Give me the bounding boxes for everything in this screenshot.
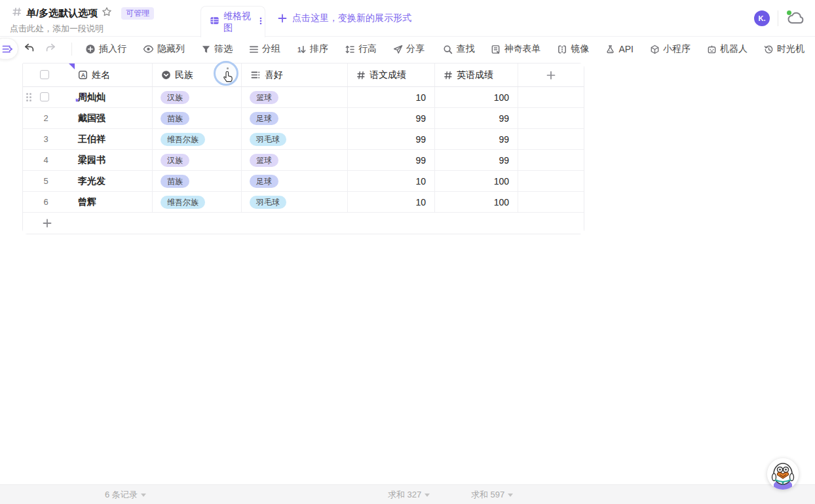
robot-label: 机器人 bbox=[720, 43, 748, 55]
permission-badge: 可管理 bbox=[121, 7, 154, 20]
row-number: 5 bbox=[37, 176, 54, 186]
header-english-score-column[interactable]: 英语成绩 bbox=[435, 63, 518, 86]
search-button[interactable]: 查找 bbox=[443, 43, 474, 55]
cell-hobby[interactable]: 足球 bbox=[242, 108, 348, 128]
header-hobby-column[interactable]: 喜好 bbox=[242, 63, 348, 86]
cell-name[interactable]: 戴国强 bbox=[78, 113, 105, 124]
row-select-cell[interactable]: 5 李光发 bbox=[23, 171, 153, 191]
cell-chinese-score[interactable]: 10 bbox=[348, 192, 435, 212]
insert-row-button[interactable]: 插入行 bbox=[85, 43, 126, 55]
assistant-mascot[interactable] bbox=[767, 458, 799, 490]
row-select-cell[interactable]: 6 曾辉 bbox=[23, 192, 153, 212]
column-label: 语文成绩 bbox=[370, 69, 406, 81]
row-select-cell[interactable]: 2 戴国强 bbox=[23, 108, 153, 128]
cell-ethnicity[interactable]: 维吾尔族 bbox=[153, 192, 242, 212]
select-tag: 篮球 bbox=[250, 91, 278, 104]
star-icon[interactable] bbox=[102, 7, 112, 20]
text-field-icon: A bbox=[78, 70, 88, 80]
row-select-cell[interactable]: 3 王伯祥 bbox=[23, 129, 153, 149]
tab-grid-view[interactable]: 维格视图 bbox=[200, 6, 265, 37]
group-button[interactable]: 分组 bbox=[249, 43, 280, 55]
cell-english-score[interactable]: 100 bbox=[435, 192, 518, 212]
sort-button[interactable]: 1 排序 bbox=[297, 43, 328, 55]
cell-hobby[interactable]: 篮球 bbox=[242, 87, 348, 107]
cell-english-score[interactable]: 100 bbox=[435, 171, 518, 191]
select-tag: 汉族 bbox=[161, 154, 189, 167]
row-height-icon bbox=[345, 45, 355, 54]
cell-ethnicity[interactable]: 汉族 bbox=[153, 150, 242, 170]
chinese-sum-dropdown[interactable]: 求和 327 bbox=[388, 485, 430, 504]
add-view-button[interactable]: 点击这里，变换新的展示形式 bbox=[278, 0, 411, 37]
add-row-button[interactable] bbox=[23, 213, 584, 234]
english-sum-dropdown[interactable]: 求和 597 bbox=[471, 485, 513, 504]
cell-name[interactable]: 曾辉 bbox=[78, 196, 96, 208]
cell-chinese-score[interactable]: 10 bbox=[348, 87, 435, 107]
expand-sidebar-button[interactable] bbox=[0, 38, 18, 60]
time-machine-button[interactable]: 时光机 bbox=[764, 43, 805, 55]
cell-chinese-score[interactable]: 99 bbox=[348, 150, 435, 170]
share-button[interactable]: 分享 bbox=[393, 43, 425, 55]
table-row: 周灿灿 汉族 篮球 10 100 bbox=[23, 87, 584, 108]
cell-name[interactable]: 梁园书 bbox=[78, 154, 105, 166]
record-count-label: 6 条记录 bbox=[105, 489, 138, 501]
table-row: 2 戴国强 苗族 足球 99 99 bbox=[23, 108, 584, 129]
magic-form-button[interactable]: 神奇表单 bbox=[491, 43, 540, 55]
select-tag: 篮球 bbox=[250, 154, 278, 167]
user-avatar[interactable]: K. bbox=[754, 10, 770, 26]
cell-english-score[interactable]: 99 bbox=[435, 129, 518, 149]
cell-chinese-score[interactable]: 10 bbox=[348, 171, 435, 191]
cell-english-score[interactable]: 99 bbox=[435, 108, 518, 128]
widget-button[interactable]: 小程序 bbox=[650, 43, 691, 55]
table-row: 6 曾辉 维吾尔族 羽毛球 10 100 bbox=[23, 192, 584, 213]
chevron-down-icon bbox=[425, 494, 430, 497]
cell-ethnicity[interactable]: 汉族 bbox=[153, 87, 242, 107]
hide-fields-button[interactable]: 隐藏列 bbox=[143, 43, 185, 55]
api-button[interactable]: API bbox=[605, 44, 634, 54]
cell-name[interactable]: 周灿灿 bbox=[78, 92, 105, 103]
cell-english-score[interactable]: 100 bbox=[435, 87, 518, 107]
cell-hobby[interactable]: 足球 bbox=[242, 171, 348, 191]
cell-hobby[interactable]: 篮球 bbox=[242, 150, 348, 170]
cell-name[interactable]: 李光发 bbox=[78, 175, 105, 187]
header-name-column[interactable]: A 姓名 bbox=[23, 63, 153, 86]
row-checkbox[interactable] bbox=[40, 92, 49, 101]
cell-name[interactable]: 王伯祥 bbox=[78, 134, 105, 145]
time-machine-label: 时光机 bbox=[777, 43, 805, 55]
cell-ethnicity[interactable]: 维吾尔族 bbox=[153, 129, 242, 149]
number-field-icon bbox=[444, 71, 453, 80]
add-description[interactable]: 点击此处，添加一段说明 bbox=[10, 23, 104, 35]
row-select-cell[interactable]: 4 梁园书 bbox=[23, 150, 153, 170]
row-number: 4 bbox=[37, 155, 54, 165]
magic-form-label: 神奇表单 bbox=[504, 43, 540, 55]
hide-fields-label: 隐藏列 bbox=[157, 43, 185, 55]
table-header-row: A 姓名 民族 喜好 语文成绩 bbox=[23, 63, 584, 87]
cell-number: 99 bbox=[415, 155, 426, 166]
svg-text:A: A bbox=[81, 72, 86, 79]
header-chinese-score-column[interactable]: 语文成绩 bbox=[348, 63, 435, 86]
click-indicator bbox=[214, 61, 238, 86]
filter-button[interactable]: 筛选 bbox=[201, 43, 233, 55]
column-label: 英语成绩 bbox=[457, 69, 493, 81]
tab-more-icon[interactable] bbox=[257, 16, 265, 28]
cell-ethnicity[interactable]: 苗族 bbox=[153, 108, 242, 128]
add-column-button[interactable] bbox=[518, 63, 584, 86]
history-clock-icon bbox=[764, 45, 774, 54]
select-tag: 足球 bbox=[250, 175, 278, 188]
owl-mascot-icon bbox=[767, 458, 799, 490]
record-count-dropdown[interactable]: 6 条记录 bbox=[105, 485, 146, 504]
cell-chinese-score[interactable]: 99 bbox=[348, 108, 435, 128]
undo-button[interactable] bbox=[24, 43, 35, 56]
row-select-cell[interactable]: 周灿灿 bbox=[23, 87, 153, 107]
cell-hobby[interactable]: 羽毛球 bbox=[242, 129, 348, 149]
redo-button[interactable] bbox=[45, 43, 56, 56]
row-height-button[interactable]: 行高 bbox=[345, 43, 377, 55]
robot-icon bbox=[707, 45, 717, 54]
drag-handle-icon[interactable] bbox=[26, 93, 31, 101]
robot-button[interactable]: 机器人 bbox=[707, 43, 748, 55]
cell-chinese-score[interactable]: 99 bbox=[348, 129, 435, 149]
cell-hobby[interactable]: 羽毛球 bbox=[242, 192, 348, 212]
cell-english-score[interactable]: 99 bbox=[435, 150, 518, 170]
cell-ethnicity[interactable]: 苗族 bbox=[153, 171, 242, 191]
mirror-button[interactable]: 镜像 bbox=[557, 43, 589, 55]
select-all-checkbox[interactable] bbox=[40, 70, 49, 79]
